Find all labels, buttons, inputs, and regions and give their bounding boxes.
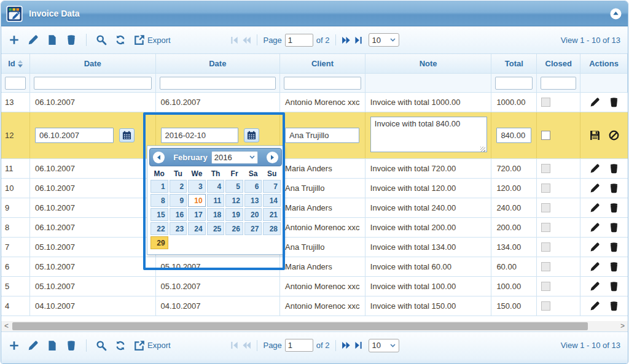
edit-row-button[interactable]	[590, 97, 600, 107]
filter-total-input[interactable]	[495, 77, 533, 90]
filter-id-input[interactable]	[5, 77, 26, 90]
edit-row-button[interactable]	[590, 242, 600, 252]
calendar-day-26[interactable]: 26	[225, 222, 243, 235]
table-row[interactable]: 605.10.200705.10.2007Maria AndersInvoice…	[1, 257, 628, 277]
save-row-button[interactable]	[590, 130, 600, 141]
column-header-closed[interactable]: Closed	[537, 54, 580, 73]
prev-page-button[interactable]	[242, 36, 251, 45]
page-input[interactable]	[285, 34, 313, 47]
calendar-day-27[interactable]: 27	[244, 222, 262, 235]
calendar-day-7[interactable]: 7	[263, 180, 281, 193]
search-button[interactable]	[96, 34, 107, 45]
delete-row-button[interactable]	[609, 222, 619, 233]
date1-calendar-button[interactable]	[119, 128, 135, 142]
filter-date1-input[interactable]	[34, 77, 152, 90]
calendar-day-29[interactable]: 29	[150, 236, 168, 249]
calendar-day-25[interactable]: 25	[207, 222, 225, 235]
prev-page-button[interactable]	[242, 341, 251, 350]
edit-note-textarea[interactable]: Invoice with total 840.00	[370, 117, 487, 152]
calendar-day-13[interactable]: 13	[244, 194, 262, 207]
calendar-day-2[interactable]: 2	[170, 180, 187, 193]
calendar-day-17[interactable]: 17	[188, 208, 206, 221]
calendar-day-6[interactable]: 6	[244, 180, 262, 193]
scroll-right-arrow[interactable]: >	[617, 321, 628, 331]
delete-row-button[interactable]	[609, 183, 619, 193]
calendar-day-8[interactable]: 8	[150, 194, 168, 207]
edit-row-button[interactable]	[590, 183, 600, 193]
column-header-actions[interactable]: Actions	[580, 54, 628, 73]
date2-calendar-button[interactable]	[244, 128, 259, 142]
calendar-day-14[interactable]: 14	[263, 194, 281, 207]
delete-record-button[interactable]	[66, 340, 77, 351]
delete-row-button[interactable]	[609, 163, 619, 174]
edit-row-button[interactable]	[590, 163, 600, 174]
last-page-button[interactable]	[354, 36, 363, 45]
editing-table-row[interactable]: 12 Invoice with total 840.00	[1, 112, 628, 159]
table-row[interactable]: 1106.10.200706.10.2007Maria AndersInvoic…	[1, 159, 628, 179]
delete-row-button[interactable]	[609, 242, 619, 252]
table-row[interactable]: 906.10.200706.10.2007Maria AndersInvoice…	[1, 198, 628, 218]
scroll-left-arrow[interactable]: <	[1, 321, 12, 331]
edit-record-button[interactable]	[28, 34, 39, 45]
delete-row-button[interactable]	[609, 261, 619, 272]
edit-client-input[interactable]	[285, 128, 359, 143]
edit-row-button[interactable]	[590, 301, 600, 311]
scrollbar-thumb[interactable]	[12, 322, 588, 330]
calendar-day-5[interactable]: 5	[225, 180, 243, 193]
calendar-day-21[interactable]: 21	[263, 208, 281, 221]
calendar-day-23[interactable]: 23	[170, 222, 187, 235]
column-header-date2[interactable]: Date	[156, 54, 281, 73]
year-select[interactable]: 2016	[211, 151, 258, 164]
calendar-day-18[interactable]: 18	[207, 208, 225, 221]
delete-row-button[interactable]	[609, 203, 619, 213]
column-header-id[interactable]: Id	[1, 54, 30, 73]
view-record-button[interactable]	[47, 340, 58, 351]
collapse-grid-button[interactable]	[610, 8, 622, 20]
next-page-button[interactable]	[342, 341, 351, 350]
filter-date2-input[interactable]	[160, 77, 276, 90]
calendar-day-24[interactable]: 24	[188, 222, 206, 235]
filter-closed-input[interactable]	[541, 77, 576, 90]
edit-date2-input[interactable]	[161, 128, 238, 143]
page-input[interactable]	[285, 339, 313, 352]
next-month-button[interactable]	[267, 152, 278, 163]
filter-client-input[interactable]	[284, 77, 361, 90]
calendar-day-3[interactable]: 3	[188, 180, 206, 193]
delete-row-button[interactable]	[609, 281, 619, 292]
delete-row-button[interactable]	[609, 97, 619, 107]
table-row[interactable]: 1306.10.200706.10.2007Antonio Morenoc xx…	[1, 93, 628, 112]
edit-date1-input[interactable]	[35, 128, 114, 143]
table-row[interactable]: 404.10.200704.10.2007Antonio Morenoc xxc…	[1, 296, 628, 316]
page-size-select[interactable]: 10	[369, 339, 399, 352]
calendar-day-10[interactable]: 10	[188, 194, 206, 207]
delete-record-button[interactable]	[66, 34, 77, 45]
column-header-total[interactable]: Total	[491, 54, 537, 73]
calendar-day-28[interactable]: 28	[263, 222, 281, 235]
calendar-day-22[interactable]: 22	[150, 222, 168, 235]
calendar-day-12[interactable]: 12	[225, 194, 243, 207]
add-record-button[interactable]	[9, 34, 20, 45]
export-button[interactable]: Export	[134, 34, 171, 45]
calendar-day-11[interactable]: 11	[207, 194, 225, 207]
closed-checkbox[interactable]	[541, 131, 550, 140]
prev-month-button[interactable]	[153, 152, 165, 163]
calendar-day-9[interactable]: 9	[170, 194, 187, 207]
calendar-day-20[interactable]: 20	[244, 208, 262, 221]
page-size-select[interactable]: 10	[369, 33, 399, 47]
add-record-button[interactable]	[9, 340, 20, 351]
refresh-button[interactable]	[115, 34, 126, 45]
table-row[interactable]: 806.10.200706.10.2007Antonio Morenoc xxc…	[1, 218, 628, 238]
table-row[interactable]: 505.10.200705.10.2007Antonio Morenoc xxc…	[1, 277, 628, 296]
column-header-date1[interactable]: Date	[30, 54, 156, 73]
scrollbar-track[interactable]	[12, 321, 617, 331]
last-page-button[interactable]	[354, 341, 363, 350]
calendar-day-16[interactable]: 16	[170, 208, 187, 221]
edit-record-button[interactable]	[28, 340, 39, 351]
cancel-edit-button[interactable]	[609, 130, 619, 141]
view-record-button[interactable]	[47, 34, 58, 45]
search-button[interactable]	[96, 340, 107, 351]
calendar-day-4[interactable]: 4	[207, 180, 225, 193]
calendar-day-1[interactable]: 1	[150, 180, 168, 193]
calendar-day-19[interactable]: 19	[225, 208, 243, 221]
refresh-button[interactable]	[115, 340, 126, 351]
